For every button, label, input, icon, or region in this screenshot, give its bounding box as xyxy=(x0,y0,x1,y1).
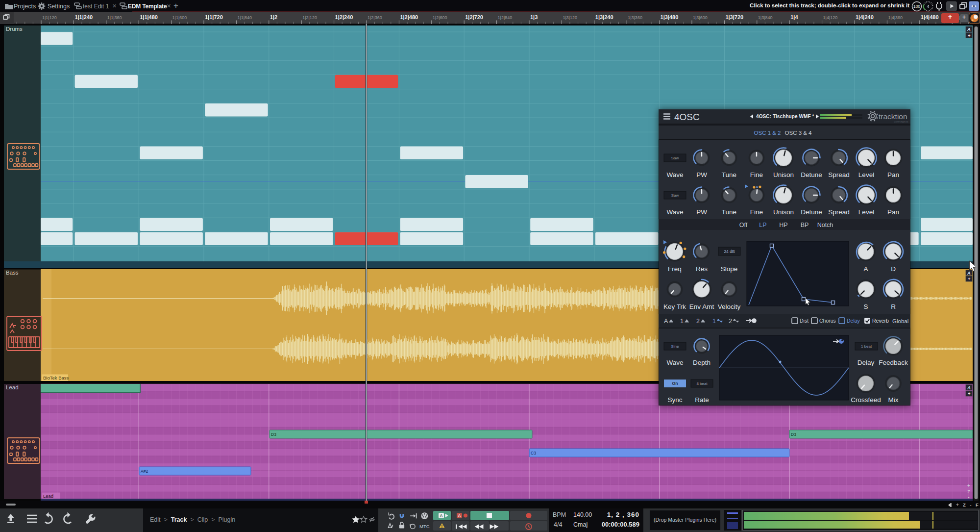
svg-text:2: 2 xyxy=(696,318,700,325)
svg-text:Tune: Tune xyxy=(722,171,736,178)
svg-text:Slope: Slope xyxy=(721,265,738,273)
svg-text:Crossfeed: Crossfeed xyxy=(851,396,881,404)
svg-text:Wave: Wave xyxy=(666,359,683,366)
svg-text:D: D xyxy=(891,265,896,273)
svg-text:4OSC: Tischhupe WMF *: 4OSC: Tischhupe WMF * xyxy=(756,114,814,119)
svg-text:1|4: 1|4 xyxy=(790,14,798,20)
svg-text:Z: Z xyxy=(963,502,966,507)
svg-text:A: A xyxy=(458,513,461,518)
svg-text:1|4|240: 1|4|240 xyxy=(856,14,874,20)
svg-text:Pan: Pan xyxy=(887,208,899,216)
svg-text:1|2|840: 1|2|840 xyxy=(498,15,513,20)
svg-text:1|2|720: 1|2|720 xyxy=(465,14,483,20)
svg-text:Reverb: Reverb xyxy=(872,318,889,324)
svg-text:F: F xyxy=(976,502,979,507)
svg-text:Rate: Rate xyxy=(695,396,709,404)
svg-text:4: 4 xyxy=(927,4,930,9)
svg-text:1: 1 xyxy=(712,318,716,325)
svg-text:Detune: Detune xyxy=(801,208,822,216)
svg-text:BioTek Bass: BioTek Bass xyxy=(43,375,69,380)
svg-text:1|1|240: 1|1|240 xyxy=(74,14,93,20)
svg-text:Res: Res xyxy=(696,265,708,273)
svg-text:1|4|480: 1|4|480 xyxy=(921,14,939,20)
svg-text:D3: D3 xyxy=(271,432,276,437)
svg-text:A: A xyxy=(967,26,971,32)
svg-text:1|2: 1|2 xyxy=(270,14,277,20)
svg-text:Off: Off xyxy=(739,222,748,228)
svg-text:Wave: Wave xyxy=(666,171,683,178)
svg-text:+: + xyxy=(968,391,971,396)
svg-text:HP: HP xyxy=(779,222,787,228)
svg-text:1|1|600: 1|1|600 xyxy=(172,15,187,20)
svg-text:Z: Z xyxy=(967,489,970,494)
svg-text:Wave: Wave xyxy=(666,208,683,216)
svg-text:1|3|480: 1|3|480 xyxy=(661,14,679,20)
svg-text:1|1|480: 1|1|480 xyxy=(140,14,158,20)
svg-text:OSC 1 & 2: OSC 1 & 2 xyxy=(754,130,781,136)
svg-text:1|3|840: 1|3|840 xyxy=(758,15,773,20)
svg-text:Delay: Delay xyxy=(858,359,875,366)
svg-text:R: R xyxy=(891,303,896,310)
svg-text:Freq: Freq xyxy=(668,265,682,273)
svg-text:1|4|360: 1|4|360 xyxy=(888,15,903,20)
svg-text:+: + xyxy=(967,483,970,488)
svg-text:1|3|360: 1|3|360 xyxy=(628,15,642,20)
svg-text:C3: C3 xyxy=(531,451,536,456)
svg-text:1|3|120: 1|3|120 xyxy=(563,15,577,20)
svg-text:Lead: Lead xyxy=(6,384,19,390)
svg-text:Notch: Notch xyxy=(817,222,833,228)
svg-text:1|3|240: 1|3|240 xyxy=(595,14,613,20)
svg-text:1|4|120: 1|4|120 xyxy=(823,15,838,20)
svg-text:A: A xyxy=(664,318,668,325)
svg-text:-: - xyxy=(968,494,969,500)
svg-text:1 beat: 1 beat xyxy=(861,344,872,349)
svg-text:S: S xyxy=(863,303,868,310)
svg-text:Lead: Lead xyxy=(43,493,53,499)
svg-text:1|1|360: 1|1|360 xyxy=(107,15,122,20)
svg-text:Key Trk: Key Trk xyxy=(663,303,686,310)
svg-text:Level: Level xyxy=(858,171,874,178)
svg-text:Dist: Dist xyxy=(800,318,808,324)
svg-text:4OSC: 4OSC xyxy=(674,112,700,122)
svg-text:Tune: Tune xyxy=(722,208,736,216)
svg-text:1|2|120: 1|2|120 xyxy=(302,15,317,20)
svg-text:OSC 3 & 4: OSC 3 & 4 xyxy=(785,130,812,136)
svg-text:1|3: 1|3 xyxy=(530,14,538,20)
svg-text:-: - xyxy=(970,502,971,507)
svg-text:1|2|240: 1|2|240 xyxy=(335,14,353,20)
svg-text:1|1|720: 1|1|720 xyxy=(205,14,223,20)
svg-text:Unison: Unison xyxy=(773,208,794,216)
svg-text:2: 2 xyxy=(729,318,732,325)
svg-text:8 beat: 8 beat xyxy=(696,381,708,386)
svg-text:A: A xyxy=(440,513,443,518)
svg-text:24 dB: 24 dB xyxy=(724,249,735,254)
svg-text:D3: D3 xyxy=(791,432,796,437)
svg-text:Mix: Mix xyxy=(888,396,899,404)
svg-text:A#2: A#2 xyxy=(141,469,148,474)
svg-text:+: + xyxy=(956,502,959,507)
svg-text:Sync: Sync xyxy=(667,396,682,404)
svg-text:+: + xyxy=(968,33,971,38)
svg-text:Saw: Saw xyxy=(671,156,679,160)
svg-text:Spread: Spread xyxy=(828,208,850,216)
svg-text:1|1|120: 1|1|120 xyxy=(42,15,57,20)
svg-text:1: 1 xyxy=(680,318,684,325)
svg-text:1|3|720: 1|3|720 xyxy=(725,14,743,20)
svg-text:1|1|840: 1|1|840 xyxy=(237,15,252,20)
svg-text:Spread: Spread xyxy=(828,171,850,178)
svg-text:Pan: Pan xyxy=(887,171,899,178)
svg-text:PW: PW xyxy=(696,171,707,178)
svg-text:Detune: Detune xyxy=(801,171,822,178)
svg-text:1|2|480: 1|2|480 xyxy=(400,14,418,20)
svg-text:LP: LP xyxy=(759,222,766,228)
svg-text:tracktion: tracktion xyxy=(879,112,907,121)
svg-text:MTC: MTC xyxy=(419,524,430,529)
svg-text:Drums: Drums xyxy=(6,26,23,32)
svg-text:100: 100 xyxy=(913,4,920,9)
svg-text:Fine: Fine xyxy=(750,171,763,178)
svg-text:+: + xyxy=(968,276,971,281)
svg-text:Bass: Bass xyxy=(6,270,19,276)
svg-text:PW: PW xyxy=(696,208,707,216)
svg-text:A: A xyxy=(863,265,868,273)
svg-text:Fine: Fine xyxy=(750,208,763,216)
